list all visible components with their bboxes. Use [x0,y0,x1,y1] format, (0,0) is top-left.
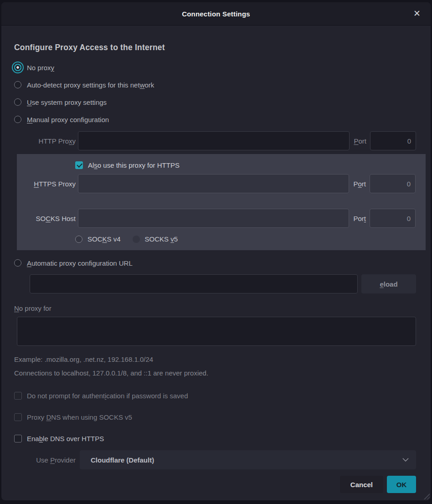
radio-row-auto-url[interactable]: Automatic proxy configuration URL [14,256,416,270]
https-port-input[interactable] [370,174,416,193]
enable-doh-checkbox[interactable] [14,435,22,442]
chevron-down-icon [401,456,410,464]
highlighted-region: Also use this proxy for HTTPS HTTPS Prox… [17,154,426,250]
proxy-mode-group: No proxy Auto-detect proxy settings for … [14,59,416,128]
radio-label-system-proxy: Use system proxy settings [27,98,107,106]
access-key: H [34,180,39,188]
dialog-action-buttons: Cancel OK [14,476,416,500]
https-proxy-input[interactable] [78,174,349,193]
enable-doh-label: Enable DNS over HTTPS [27,435,104,442]
dialog-content: Configure Proxy Access to the Internet N… [1,43,431,500]
radio-label-no-proxy: No proxy [27,64,54,72]
label-post: S v4 [107,235,121,243]
socks-port-input[interactable] [370,209,416,228]
label-post: ort [358,137,366,145]
label-post: utomatic proxy configuration URL [31,259,133,267]
radio-row-no-proxy[interactable]: No proxy [14,59,416,76]
label-post: y [72,137,76,145]
socks-version-group: SOCKS v4 SOCKS v5 [75,235,416,243]
radio-auto-detect[interactable] [14,81,21,88]
radio-row-auto-detect[interactable]: Auto-detect proxy settings for this netw… [14,76,416,93]
label-pre: Ena [27,435,39,442]
socks-port-label: Port [353,215,366,222]
cancel-button[interactable]: Cancel [340,476,383,493]
doh-provider-row: Use Provider Cloudflare (Default) [14,450,416,469]
http-proxy-input[interactable] [78,131,350,150]
access-key: P [50,456,55,464]
also-https-checkbox[interactable] [75,161,83,169]
checkbox-row-proxy-dns[interactable]: Proxy DNS when using SOCKS v5 [14,412,416,422]
radio-row-socks-v4[interactable]: SOCKS v4 [75,235,121,243]
proxy-dns-checkbox[interactable] [14,413,22,421]
http-proxy-row: HTTP Proxy Port [14,131,416,150]
socks-host-label: SOCKS Host [17,215,76,222]
access-key: s [94,161,98,169]
radio-row-socks-v5[interactable]: SOCKS v5 [133,235,178,243]
access-key: w [140,81,145,89]
label-post: rovider [55,456,76,464]
label-post: rt [362,180,366,188]
access-key: y [51,64,55,72]
radio-label-socks-v5: SOCKS v5 [145,235,178,243]
no-proxy-example-text: Example: .mozilla.org, .net.nz, 192.168.… [14,355,416,363]
radio-socks-v5[interactable] [133,236,140,243]
label-pre: Do not prompt for authent [27,392,105,400]
radio-no-proxy[interactable] [14,64,21,71]
label-pre: SOC [87,235,103,243]
radio-label-manual-proxy: Manual proxy configuration [27,116,109,123]
label-pre: Por [353,215,364,222]
access-key: e [380,280,383,288]
radio-label-socks-v4: SOCKS v4 [87,235,121,243]
access-key: t [364,215,366,222]
radio-auto-url[interactable] [14,259,21,267]
label-post: cation if password is saved [106,392,188,400]
label-post: se system proxy settings [32,98,107,106]
radio-manual-proxy[interactable] [14,116,21,123]
connection-settings-dialog: Connection Settings ✕ Configure Proxy Ac… [1,2,431,500]
http-port-input[interactable] [370,131,416,150]
label-post: KS Host [51,215,76,222]
label-post: le DNS over HTTPS [43,435,104,442]
provider-dropdown[interactable]: Cloudflare (Default) [80,450,416,469]
close-icon[interactable]: ✕ [410,6,424,21]
radio-system-proxy[interactable] [14,98,21,106]
radio-row-system-proxy[interactable]: Use system proxy settings [14,93,416,111]
label-pre: SO [36,215,46,222]
label-post: 5 [174,235,178,243]
access-key: x [69,137,72,145]
access-key: b [39,435,43,442]
label-post: load [384,280,398,288]
also-https-row[interactable]: Also use this proxy for HTTPS [75,159,416,170]
label-pre: No prox [27,64,51,72]
radio-row-manual-proxy[interactable]: Manual proxy configuration [14,111,416,128]
provider-selected-value: Cloudflare (Default) [91,456,401,464]
page-title: Configure Proxy Access to the Internet [14,43,416,52]
access-key: P [354,137,358,145]
access-key: D [46,413,51,421]
access-key: M [27,116,33,123]
label-pre: HTTP Pro [39,137,69,145]
auto-url-input[interactable] [30,274,358,293]
label-pre: SOCKS [145,235,171,243]
label-post: TTPS Proxy [39,180,76,188]
no-prompt-auth-checkbox[interactable] [14,392,22,400]
checkbox-row-enable-doh[interactable]: Enable DNS over HTTPS [14,433,416,443]
reload-button[interactable]: eload [361,274,416,293]
no-proxy-for-label: No proxy for [14,304,416,312]
radio-label-auto-detect: Auto-detect proxy settings for this netw… [27,81,154,89]
radio-socks-v4[interactable] [75,236,82,243]
ok-button[interactable]: OK [387,476,416,493]
label-post: ork [144,81,154,89]
access-key: C [46,215,51,222]
label-pre: Use [36,456,50,464]
label-post: anual proxy configuration [33,116,109,123]
socks-host-input[interactable] [78,209,349,228]
checkbox-row-no-prompt-auth[interactable]: Do not prompt for authentication if pass… [14,391,416,401]
auto-url-row: eload [30,274,416,293]
localhost-note-text: Connections to localhost, 127.0.0.1/8, a… [14,369,416,377]
label-pre: P [353,180,358,188]
https-port-label: Port [353,180,366,188]
no-proxy-for-textarea[interactable] [17,317,416,346]
label-pre: Proxy [27,413,46,421]
dialog-titlebar: Connection Settings ✕ [1,2,431,26]
